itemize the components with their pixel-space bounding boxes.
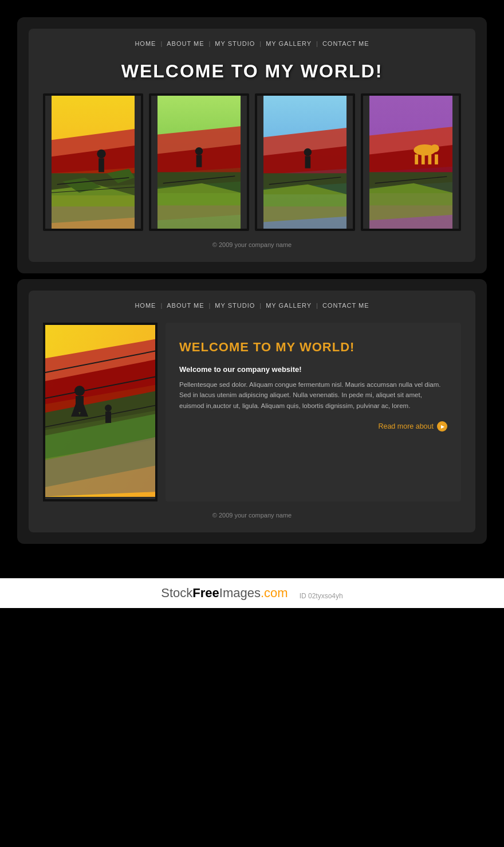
- nav1-sep4: |: [316, 40, 318, 47]
- watermark-bar: Stock Free Images .com ID 02tyxso4yh: [0, 578, 504, 608]
- svg-rect-57: [105, 411, 111, 423]
- footer-copyright-1: © 2009 your company name: [37, 231, 467, 250]
- gallery-panel-2[interactable]: [149, 93, 249, 231]
- svg-rect-26: [263, 206, 346, 229]
- nav1-sep3: |: [259, 40, 261, 47]
- watermark-id: ID 02tyxso4yh: [300, 592, 343, 602]
- svg-point-19: [195, 147, 203, 155]
- read-more-button[interactable]: Read more about: [179, 421, 447, 432]
- nav2: HOME | ABOUT ME | MY STUDIO | MY GALLERY…: [37, 296, 467, 317]
- svg-point-38: [430, 144, 439, 152]
- nav1-gallery[interactable]: MY GALLERY: [266, 40, 312, 47]
- svg-rect-41: [428, 154, 431, 164]
- svg-point-56: [105, 405, 112, 411]
- content-image-panel: [43, 323, 158, 501]
- svg-rect-11: [99, 158, 104, 172]
- gallery-panel-3[interactable]: [255, 93, 355, 231]
- section2-container: HOME | ABOUT ME | MY STUDIO | MY GALLERY…: [17, 279, 487, 544]
- hero-title-1: WELCOME TO MY WORLD!: [37, 55, 467, 93]
- browser2: HOME | ABOUT ME | MY STUDIO | MY GALLERY…: [29, 291, 475, 532]
- watermark-images: Images: [219, 586, 261, 601]
- browser1: HOME | ABOUT ME | MY STUDIO | MY GALLERY…: [29, 29, 475, 262]
- svg-point-28: [304, 148, 312, 156]
- nav2-contact[interactable]: CONTACT ME: [322, 302, 369, 309]
- nav1-home[interactable]: HOME: [135, 40, 156, 47]
- nav1-about[interactable]: ABOUT ME: [167, 40, 204, 47]
- svg-point-10: [97, 150, 105, 158]
- svg-point-52: [74, 386, 85, 396]
- svg-rect-20: [196, 155, 202, 167]
- content-title: WELCOME TO MY WORLD!: [179, 340, 447, 355]
- watermark-com: .com: [261, 586, 288, 601]
- svg-rect-40: [422, 154, 425, 164]
- nav2-sep3: |: [259, 302, 261, 309]
- nav2-sep2: |: [209, 302, 211, 309]
- nav2-about[interactable]: ABOUT ME: [167, 302, 204, 309]
- read-more-label: Read more about: [378, 422, 434, 430]
- content-subtitle: Welcome to our company website!: [179, 365, 447, 374]
- content-box: WELCOME TO MY WORLD! Welcome to our comp…: [166, 323, 461, 501]
- content-area: WELCOME TO MY WORLD! Welcome to our comp…: [37, 317, 467, 501]
- footer-copyright-2: © 2009 your company name: [37, 501, 467, 521]
- nav2-studio[interactable]: MY STUDIO: [215, 302, 255, 309]
- svg-rect-7: [52, 206, 135, 229]
- watermark-stock: Stock: [161, 586, 192, 601]
- watermark-free: Free: [192, 586, 219, 601]
- nav2-sep4: |: [316, 302, 318, 309]
- nav1: HOME | ABOUT ME | MY STUDIO | MY GALLERY…: [37, 34, 467, 55]
- gallery-grid-1: [37, 93, 467, 231]
- nav1-sep1: |: [160, 40, 162, 47]
- nav1-sep2: |: [209, 40, 211, 47]
- svg-rect-17: [158, 205, 241, 229]
- nav2-gallery[interactable]: MY GALLERY: [266, 302, 312, 309]
- svg-rect-42: [435, 154, 438, 164]
- read-more-icon: [437, 421, 447, 432]
- svg-rect-29: [305, 156, 311, 168]
- gallery-panel-4[interactable]: [361, 93, 461, 231]
- nav2-sep1: |: [160, 302, 162, 309]
- nav1-contact[interactable]: CONTACT ME: [322, 40, 369, 47]
- svg-rect-35: [369, 205, 452, 229]
- nav1-studio[interactable]: MY STUDIO: [215, 40, 255, 47]
- gallery-panel-1[interactable]: [43, 93, 143, 231]
- content-body: Pellentesque sed dolor. Aliquam congue f…: [179, 379, 447, 411]
- nav2-home[interactable]: HOME: [135, 302, 156, 309]
- svg-rect-39: [415, 154, 418, 164]
- section1-container: HOME | ABOUT ME | MY STUDIO | MY GALLERY…: [17, 17, 487, 273]
